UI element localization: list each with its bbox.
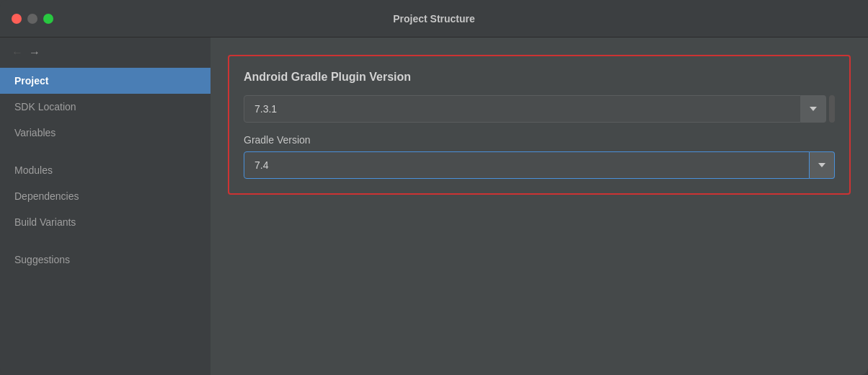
window-title: Project Structure — [393, 13, 475, 25]
project-section-box: Android Gradle Plugin Version Gradle Ver… — [228, 55, 851, 195]
chevron-down-icon-2 — [818, 163, 825, 167]
sidebar-divider-1 — [0, 146, 211, 157]
content-area: ← → Project SDK Location Variables Modul… — [0, 38, 868, 375]
back-arrow[interactable]: ← — [12, 46, 23, 59]
plugin-version-row — [244, 95, 835, 123]
project-structure-window: Project Structure ← → Project SDK Locati… — [0, 0, 868, 375]
gradle-version-row — [244, 151, 835, 179]
plugin-version-title: Android Gradle Plugin Version — [244, 71, 835, 84]
sidebar-item-project[interactable]: Project — [0, 68, 211, 94]
gradle-version-dropdown-btn[interactable] — [810, 151, 835, 179]
gradle-version-label: Gradle Version — [244, 134, 835, 146]
sidebar: ← → Project SDK Location Variables Modul… — [0, 38, 211, 375]
sidebar-item-dependencies[interactable]: Dependencies — [0, 183, 211, 209]
sidebar-item-modules[interactable]: Modules — [0, 157, 211, 183]
close-button[interactable] — [12, 14, 22, 24]
plugin-version-input[interactable] — [244, 95, 801, 123]
sidebar-item-variables[interactable]: Variables — [0, 120, 211, 146]
sidebar-item-suggestions[interactable]: Suggestions — [0, 247, 211, 273]
sidebar-divider-2 — [0, 235, 211, 247]
gradle-version-group: Gradle Version — [244, 134, 835, 179]
nav-arrows: ← → — [0, 46, 211, 68]
plugin-version-group: Android Gradle Plugin Version — [244, 71, 835, 123]
title-bar: Project Structure — [0, 0, 868, 38]
traffic-lights — [12, 14, 53, 24]
gradle-version-input[interactable] — [244, 151, 810, 179]
sidebar-item-build-variants[interactable]: Build Variants — [0, 209, 211, 235]
scrollbar — [829, 95, 835, 123]
plugin-version-dropdown-btn[interactable] — [801, 95, 826, 123]
forward-arrow[interactable]: → — [29, 46, 40, 59]
chevron-down-icon — [810, 107, 817, 111]
sidebar-item-sdk-location[interactable]: SDK Location — [0, 94, 211, 120]
minimize-button[interactable] — [27, 14, 37, 24]
main-content: Android Gradle Plugin Version Gradle Ver… — [211, 38, 868, 375]
maximize-button[interactable] — [43, 14, 53, 24]
